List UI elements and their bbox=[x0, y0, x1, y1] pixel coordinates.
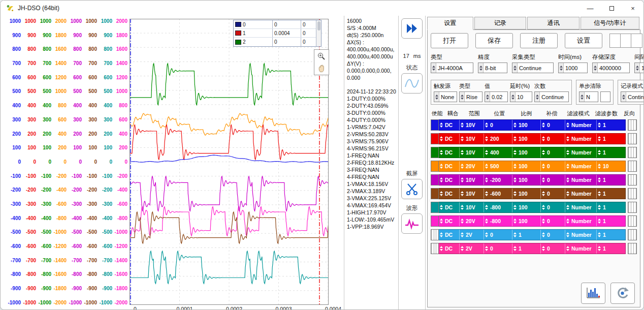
comp-input[interactable]: 0 bbox=[540, 134, 565, 144]
model-input[interactable]: JH-4000A bbox=[431, 63, 473, 73]
spinner[interactable] bbox=[439, 189, 444, 199]
coupling-select[interactable]: DC bbox=[439, 216, 459, 226]
channel-invert-toggle[interactable] bbox=[628, 119, 637, 131]
legend-scrollbar[interactable] bbox=[316, 20, 321, 46]
position-input[interactable]: 0 bbox=[484, 243, 512, 254]
scale-input[interactable]: 100 bbox=[512, 147, 540, 158]
filter-mode-select[interactable]: Number bbox=[565, 175, 596, 185]
comp-input[interactable]: 0 bbox=[540, 230, 565, 240]
filter-param-input[interactable]: 1 bbox=[596, 120, 624, 130]
trigger-count-input[interactable]: Continue bbox=[534, 91, 569, 102]
filter-param-input[interactable]: 1 bbox=[596, 243, 624, 254]
pan-button[interactable] bbox=[315, 63, 328, 73]
spinner[interactable] bbox=[621, 92, 626, 102]
connect-button[interactable] bbox=[610, 283, 635, 304]
tab-3[interactable]: 通讯 bbox=[527, 17, 579, 29]
spinner[interactable] bbox=[460, 216, 465, 226]
spinner[interactable] bbox=[484, 161, 489, 171]
spinner[interactable] bbox=[597, 230, 602, 240]
scale-input[interactable]: 100 bbox=[512, 175, 540, 185]
spinner[interactable] bbox=[484, 120, 489, 130]
filter-param-input[interactable]: 1 bbox=[596, 147, 624, 158]
channel-enable-toggle[interactable] bbox=[431, 215, 439, 227]
spinner[interactable] bbox=[478, 63, 484, 73]
time-ms-input[interactable]: 1000 bbox=[558, 63, 588, 73]
coupling-select[interactable]: DC bbox=[439, 120, 459, 130]
spinner[interactable] bbox=[510, 92, 516, 102]
scale-input[interactable]: 100 bbox=[512, 189, 540, 199]
range-select[interactable]: 20V bbox=[459, 216, 484, 226]
trigger-type-input[interactable]: Rise bbox=[459, 91, 482, 102]
spinner[interactable] bbox=[565, 161, 570, 171]
spinner[interactable] bbox=[565, 134, 570, 144]
spinner[interactable] bbox=[579, 92, 585, 102]
coupling-select[interactable]: DC bbox=[439, 134, 459, 144]
zoom-in-button[interactable] bbox=[315, 51, 328, 61]
tab-1[interactable]: 设置 bbox=[427, 17, 473, 30]
interval-ms-input[interactable]: 100 bbox=[634, 63, 644, 73]
spinner[interactable] bbox=[512, 120, 518, 130]
spinner[interactable] bbox=[541, 216, 546, 226]
spinner[interactable] bbox=[541, 189, 546, 199]
position-input[interactable]: 400 bbox=[484, 147, 512, 158]
spinner[interactable] bbox=[439, 202, 444, 212]
spinner[interactable] bbox=[565, 230, 570, 240]
save-button[interactable]: 保存 bbox=[475, 33, 513, 48]
legend-row[interactable]: 10.00040 bbox=[234, 29, 316, 38]
spinner[interactable] bbox=[439, 161, 444, 171]
trigger-value-input[interactable]: 0.02 bbox=[485, 91, 508, 102]
spinner[interactable] bbox=[512, 230, 518, 240]
channel-enable-toggle[interactable] bbox=[431, 147, 439, 158]
channel-invert-toggle[interactable] bbox=[628, 215, 637, 227]
range-select[interactable]: 10V bbox=[459, 120, 484, 130]
position-input[interactable]: -800 bbox=[484, 216, 512, 226]
spinner[interactable] bbox=[541, 230, 546, 240]
spinner[interactable] bbox=[460, 243, 465, 254]
comp-input[interactable]: 0 bbox=[540, 120, 565, 130]
range-select[interactable]: 10V bbox=[459, 189, 484, 199]
filter-param-input[interactable]: 1 bbox=[596, 230, 624, 240]
coupling-select[interactable]: DC bbox=[439, 230, 459, 240]
spinner[interactable] bbox=[535, 92, 540, 102]
spinner[interactable] bbox=[439, 120, 444, 130]
spinner[interactable] bbox=[512, 216, 518, 226]
maximize-button[interactable] bbox=[601, 1, 622, 16]
legend-row[interactable]: 200 bbox=[234, 38, 316, 46]
position-input[interactable]: -600 bbox=[484, 189, 512, 199]
channel-invert-toggle[interactable] bbox=[628, 147, 637, 158]
range-select[interactable]: 10V bbox=[459, 202, 484, 212]
spinner[interactable] bbox=[541, 243, 546, 254]
spinner[interactable] bbox=[460, 189, 465, 199]
comp-input[interactable]: 0 bbox=[540, 161, 565, 171]
histogram-button[interactable] bbox=[581, 283, 605, 304]
channel-invert-toggle[interactable] bbox=[628, 174, 637, 185]
scale-input[interactable]: 1 bbox=[512, 230, 540, 240]
coupling-select[interactable]: DC bbox=[439, 202, 459, 212]
position-input[interactable]: 200 bbox=[484, 134, 512, 144]
spinner[interactable] bbox=[439, 134, 444, 144]
channel-enable-toggle[interactable] bbox=[431, 161, 439, 172]
single-clear-extra[interactable] bbox=[600, 91, 610, 102]
spinner[interactable] bbox=[541, 202, 546, 212]
legend-scroll-thumb[interactable] bbox=[317, 21, 320, 30]
position-input[interactable]: 0 bbox=[484, 230, 512, 240]
channel-invert-toggle[interactable] bbox=[628, 202, 637, 213]
comp-input[interactable]: 0 bbox=[540, 175, 565, 185]
spinner[interactable] bbox=[512, 147, 518, 158]
filter-mode-select[interactable]: Number bbox=[565, 134, 596, 144]
spinner[interactable] bbox=[484, 189, 489, 199]
spinner[interactable] bbox=[512, 63, 518, 73]
coupling-select[interactable]: DC bbox=[439, 175, 459, 185]
filter-mode-select[interactable]: Number bbox=[565, 161, 596, 171]
spinner[interactable] bbox=[484, 202, 489, 212]
status-wave-button[interactable] bbox=[401, 73, 423, 94]
depth-input[interactable]: 4000000 bbox=[592, 63, 630, 73]
trigger-delay-input[interactable]: 10 bbox=[510, 91, 532, 102]
spinner[interactable] bbox=[597, 175, 602, 185]
spinner[interactable] bbox=[484, 175, 489, 185]
spinner[interactable] bbox=[439, 230, 444, 240]
spinner[interactable] bbox=[565, 175, 570, 185]
comp-input[interactable]: 0 bbox=[540, 147, 565, 158]
waveform-button[interactable] bbox=[401, 213, 423, 234]
filter-mode-select[interactable]: Number bbox=[565, 202, 596, 212]
